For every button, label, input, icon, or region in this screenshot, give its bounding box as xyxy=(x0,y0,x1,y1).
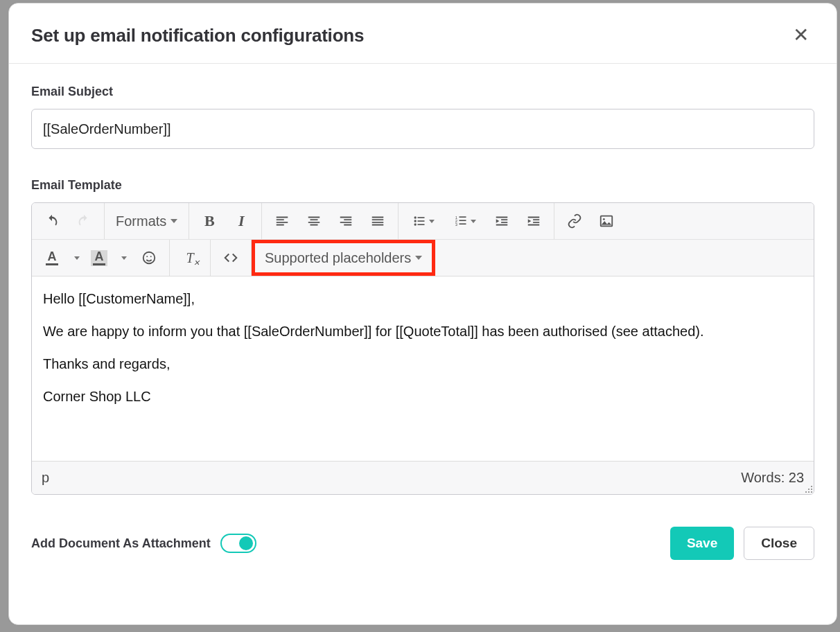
align-right-button[interactable] xyxy=(333,208,359,234)
element-path[interactable]: p xyxy=(42,470,49,486)
align-justify-button[interactable] xyxy=(365,208,391,234)
close-button[interactable]: Close xyxy=(744,527,814,560)
text-color-button[interactable]: A xyxy=(42,245,62,271)
modal-body: Email Subject Email Template xyxy=(9,64,837,577)
svg-rect-11 xyxy=(460,223,466,225)
highlight-icon: A xyxy=(91,250,107,266)
editor-statusbar: p Words: 23 xyxy=(32,461,814,494)
close-icon[interactable]: ✕ xyxy=(787,23,814,48)
svg-rect-5 xyxy=(418,224,425,225)
insert-image-button[interactable] xyxy=(593,208,620,234)
chevron-down-icon xyxy=(74,256,80,260)
attachment-toggle[interactable] xyxy=(220,534,256,553)
svg-rect-9 xyxy=(460,220,466,221)
highlight-color-dropdown[interactable] xyxy=(115,245,130,271)
svg-point-0 xyxy=(414,216,417,218)
editor-content[interactable]: Hello [[CustomerName]], We are happy to … xyxy=(32,276,814,461)
attachment-option: Add Document As Attachment xyxy=(31,534,256,553)
svg-rect-7 xyxy=(460,216,466,218)
undo-button[interactable] xyxy=(39,208,65,234)
highlight-color-button[interactable]: A xyxy=(89,245,110,271)
chevron-down-icon xyxy=(415,256,422,260)
svg-rect-3 xyxy=(418,220,425,222)
attachment-label: Add Document As Attachment xyxy=(31,536,211,551)
placeholders-label: Supported placeholders xyxy=(265,250,411,266)
modal-header: Set up email notification configurations… xyxy=(9,3,837,64)
redo-button[interactable] xyxy=(71,208,97,234)
svg-point-4 xyxy=(414,223,417,225)
numbered-list-dropdown[interactable]: 123 xyxy=(447,208,483,234)
clear-formatting-button[interactable]: T✕ xyxy=(177,245,203,271)
source-code-button[interactable] xyxy=(218,245,244,271)
modal-dialog: Set up email notification configurations… xyxy=(8,3,837,625)
save-button[interactable]: Save xyxy=(670,527,734,560)
svg-text:3: 3 xyxy=(455,222,457,227)
toggle-knob xyxy=(239,536,253,550)
svg-point-2 xyxy=(414,220,417,222)
rich-text-editor: Formats B I xyxy=(31,202,814,495)
body-line-2: We are happy to inform you that [[SaleOr… xyxy=(43,322,803,342)
align-center-button[interactable] xyxy=(301,208,327,234)
body-line-4: Corner Shop LLC xyxy=(43,387,803,407)
chevron-down-icon xyxy=(471,220,476,223)
resize-handle[interactable] xyxy=(803,483,812,493)
chevron-down-icon xyxy=(121,256,127,260)
insert-link-button[interactable] xyxy=(561,208,588,234)
email-subject-input[interactable] xyxy=(31,109,814,149)
modal-footer: Add Document As Attachment Save Close xyxy=(31,527,814,560)
body-line-3: Thanks and regards, xyxy=(43,354,803,374)
email-template-label: Email Template xyxy=(31,178,814,193)
chevron-down-icon xyxy=(429,220,435,223)
bold-button[interactable]: B xyxy=(196,208,222,234)
supported-placeholders-dropdown[interactable]: Supported placeholders xyxy=(256,245,430,271)
email-subject-label: Email Subject xyxy=(31,85,814,99)
svg-point-13 xyxy=(603,218,605,220)
indent-button[interactable] xyxy=(520,208,547,234)
formats-label: Formats xyxy=(116,213,166,229)
emoji-button[interactable] xyxy=(136,245,162,271)
text-color-icon: A xyxy=(46,250,58,265)
outdent-button[interactable] xyxy=(489,208,515,234)
svg-rect-1 xyxy=(418,217,425,218)
highlighted-placeholders-box: Supported placeholders xyxy=(252,240,435,276)
italic-button[interactable]: I xyxy=(228,208,254,234)
word-count: Words: 23 xyxy=(741,470,804,486)
svg-point-16 xyxy=(150,256,152,257)
modal-title: Set up email notification configurations xyxy=(31,25,364,46)
chevron-down-icon xyxy=(170,219,177,223)
bullet-list-dropdown[interactable] xyxy=(405,208,441,234)
formats-dropdown[interactable]: Formats xyxy=(109,208,184,234)
svg-point-14 xyxy=(143,252,155,264)
text-color-dropdown[interactable] xyxy=(68,245,83,271)
align-left-button[interactable] xyxy=(269,208,295,234)
editor-toolbar: Formats B I xyxy=(32,203,814,276)
svg-point-15 xyxy=(146,256,148,257)
body-line-1: Hello [[CustomerName]], xyxy=(43,289,803,309)
